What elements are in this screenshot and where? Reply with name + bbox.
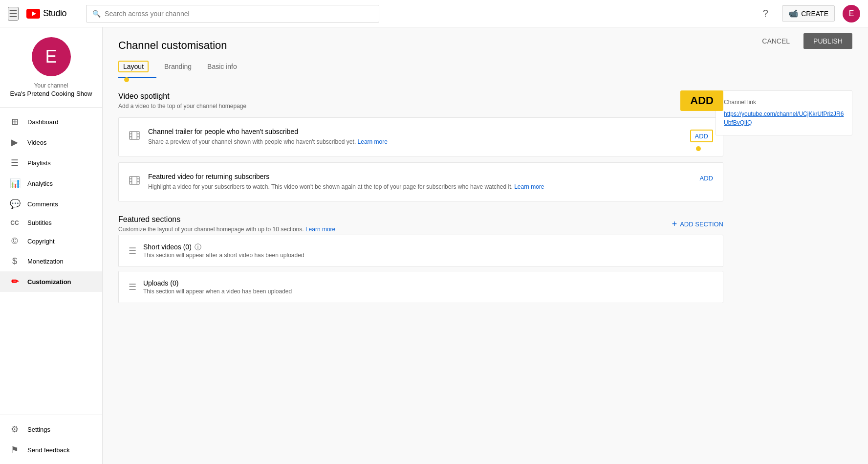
uploads-title: Uploads (0) (143, 279, 713, 287)
short-videos-desc: This section will appear after a short v… (143, 252, 713, 259)
video-spotlight-section: Video spotlight Add a video to the top o… (118, 92, 723, 201)
featured-sections-desc: Customize the layout of your channel hom… (118, 226, 335, 233)
logo[interactable]: Studio (26, 8, 66, 19)
channel-name: Eva's Pretend Cooking Show (10, 90, 92, 97)
menu-button[interactable]: ☰ (8, 7, 19, 21)
layout-tab-highlight: Layout (118, 61, 149, 72)
search-input[interactable] (105, 10, 373, 18)
short-videos-title: Short videos (0) (143, 243, 192, 251)
spotlight-title: Video spotlight (118, 92, 723, 101)
channel-trailer-add-button[interactable]: ADD (695, 133, 708, 140)
spotlight-desc: Add a video to the top of your channel h… (118, 103, 723, 110)
sidebar-item-label: Analytics (27, 180, 53, 187)
featured-video-body: Featured video for returning subscribers… (148, 173, 692, 191)
app-header: ☰ Studio 🔍 ? 📹 CREATE E (0, 0, 868, 27)
svg-rect-8 (137, 136, 139, 137)
avatar-button[interactable]: E (843, 5, 860, 22)
featured-video-add-area: ADD (700, 173, 713, 182)
sidebar-item-monetization[interactable]: $ Monetization (0, 251, 102, 271)
svg-rect-3 (131, 132, 132, 139)
channel-link-url[interactable]: https://youtube.com/channel/UCjKkrUfPriz… (724, 110, 844, 126)
sidebar-item-send-feedback[interactable]: ⚑ Send feedback (0, 440, 102, 460)
sidebar-item-label: Settings (27, 426, 50, 433)
sidebar-item-label: Playlists (27, 159, 51, 167)
svg-rect-15 (137, 181, 139, 182)
featured-title-area: Featured sections Customize the layout o… (118, 215, 335, 233)
sidebar-item-analytics[interactable]: 📊 Analytics (0, 173, 102, 194)
add-small-highlight: ADD (690, 130, 713, 142)
avatar: E (32, 37, 71, 76)
sidebar-item-copyright[interactable]: © Copyright (0, 231, 102, 251)
sidebar-item-label: Dashboard (27, 118, 59, 126)
sidebar-item-label: Monetization (27, 258, 64, 265)
video-film-icon (129, 130, 140, 144)
settings-icon: ⚙ (10, 424, 20, 435)
channel-trailer-title: Channel trailer for people who haven't s… (148, 128, 682, 135)
channel-label: Your channel (34, 82, 68, 89)
sidebar-item-playlists[interactable]: ☰ Playlists (0, 153, 102, 173)
uploads-desc: This section will appear when a video ha… (143, 288, 713, 295)
action-buttons: CANCEL PUBLISH (754, 33, 852, 49)
svg-rect-2 (130, 132, 139, 139)
search-bar: 🔍 (86, 5, 379, 22)
youtube-logo-icon (26, 9, 40, 19)
tab-basic-info[interactable]: Basic info (199, 58, 245, 76)
content-main: Video spotlight Add a video to the top o… (118, 92, 723, 307)
sidebar-item-label: Comments (27, 200, 58, 208)
sidebar-item-settings[interactable]: ⚙ Settings (0, 419, 102, 440)
section-row-uploads: ☰ Uploads (0) This section will appear w… (118, 271, 723, 303)
sidebar: E Your channel Eva's Pretend Cooking Sho… (0, 27, 103, 464)
svg-rect-13 (137, 178, 139, 179)
tab-layout-dot (124, 77, 129, 82)
drag-handle-uploads[interactable]: ☰ (129, 282, 136, 292)
channel-trailer-desc: Share a preview of your channel shown wi… (148, 137, 682, 146)
sidebar-item-label: Copyright (27, 238, 55, 245)
tab-layout[interactable]: Layout (118, 56, 156, 78)
svg-rect-6 (137, 133, 139, 134)
svg-rect-9 (130, 177, 139, 184)
drag-handle-short-videos[interactable]: ☰ (129, 245, 136, 256)
featured-video-title: Featured video for returning subscribers (148, 173, 692, 180)
featured-header: Featured sections Customize the layout o… (118, 215, 723, 233)
featured-video-film-icon (129, 175, 140, 189)
tab-branding[interactable]: Branding (156, 58, 199, 76)
sidebar-item-subtitles[interactable]: CC Subtitles (0, 214, 102, 231)
tabs-bar: Layout Branding Basic info (118, 56, 852, 78)
svg-rect-12 (130, 178, 131, 179)
sidebar-item-label: Videos (27, 139, 47, 146)
info-icon-short-videos[interactable]: ⓘ (195, 243, 201, 252)
sidebar-item-label: Subtitles (27, 219, 52, 226)
section-row-content: Short videos (0) ⓘ This section will app… (143, 243, 713, 259)
add-small-dot (696, 146, 701, 151)
sidebar-item-videos[interactable]: ▶ Videos (0, 132, 102, 153)
featured-video-learn-more[interactable]: Learn more (514, 183, 544, 190)
svg-rect-14 (130, 181, 131, 182)
channel-trailer-learn-more[interactable]: Learn more (358, 138, 388, 145)
create-button[interactable]: 📹 CREATE (782, 5, 835, 22)
search-icon: 🔍 (92, 10, 101, 18)
sidebar-bottom: ⚙ Settings ⚑ Send feedback (0, 415, 102, 464)
main-content: Channel customisation CANCEL PUBLISH Lay… (103, 27, 868, 464)
section-row-short-videos: ☰ Short videos (0) ⓘ This section will a… (118, 235, 723, 267)
featured-video-desc: Highlight a video for your subscribers t… (148, 182, 692, 191)
featured-sections: Featured sections Customize the layout o… (118, 215, 723, 303)
channel-info: E Your channel Eva's Pretend Cooking Sho… (0, 27, 102, 108)
svg-rect-11 (137, 177, 138, 184)
page-title: Channel customisation (118, 39, 227, 52)
channel-trailer-card: Channel trailer for people who haven't s… (118, 117, 723, 156)
channel-link-label: Channel link (724, 99, 844, 106)
section-row-title-row: Short videos (0) ⓘ (143, 243, 713, 252)
sidebar-item-customization[interactable]: ✏ Customization (0, 271, 102, 292)
publish-button[interactable]: PUBLISH (803, 33, 852, 49)
help-button[interactable]: ? (757, 5, 774, 22)
sidebar-item-comments[interactable]: 💬 Comments (0, 194, 102, 214)
featured-video-add-button[interactable]: ADD (700, 175, 713, 182)
add-section-button[interactable]: + ADD SECTION (672, 219, 723, 229)
create-label: CREATE (801, 10, 828, 18)
cancel-button[interactable]: CANCEL (754, 33, 798, 49)
sidebar-item-dashboard[interactable]: ⊞ Dashboard (0, 111, 102, 132)
svg-rect-7 (130, 136, 131, 137)
featured-sections-learn-more[interactable]: Learn more (305, 226, 335, 233)
app-body: E Your channel Eva's Pretend Cooking Sho… (0, 27, 868, 464)
section-row-content: Uploads (0) This section will appear whe… (143, 279, 713, 295)
